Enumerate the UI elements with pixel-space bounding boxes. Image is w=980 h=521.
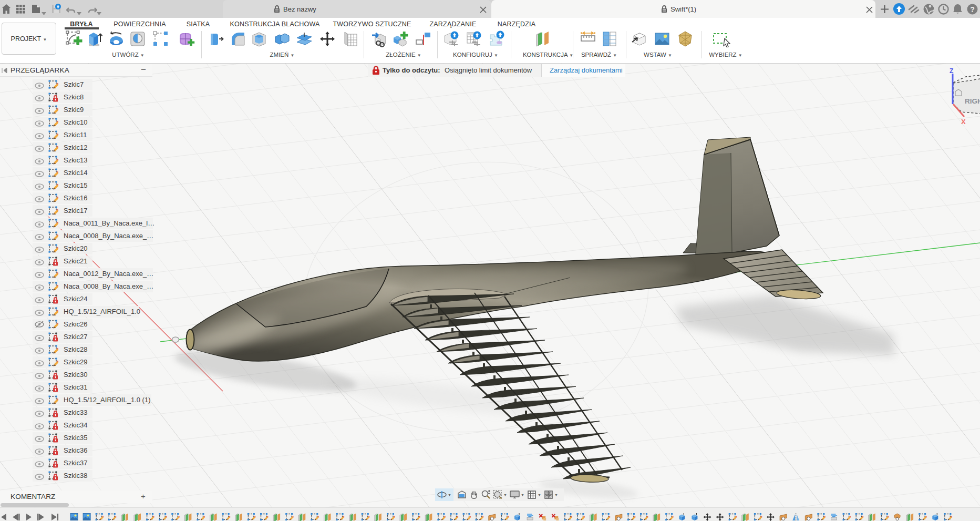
svg-text:?: ? <box>970 5 975 14</box>
svg-text:X: X <box>961 118 966 126</box>
svg-text:Z: Z <box>950 67 953 75</box>
svg-text:RIGHT: RIGHT <box>965 97 980 105</box>
